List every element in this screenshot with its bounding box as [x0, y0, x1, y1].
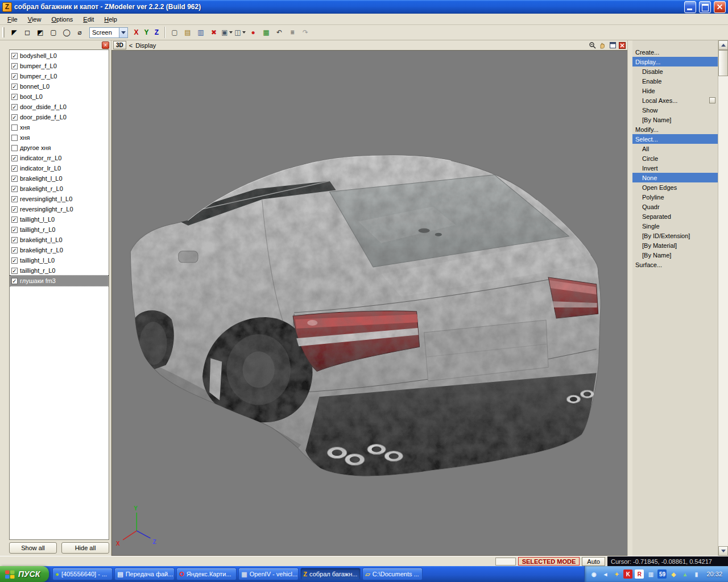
redo-button[interactable]: ↷ — [299, 27, 312, 38]
view-back-arrow[interactable]: < — [129, 42, 133, 49]
layer-checkbox[interactable]: ✓ — [11, 104, 18, 110]
command-item[interactable]: Single — [632, 221, 718, 231]
layer-checkbox[interactable]: ✓ — [11, 257, 18, 264]
local-axes-checkbox[interactable] — [709, 97, 715, 103]
close-button[interactable] — [714, 1, 726, 13]
panel-splitter[interactable] — [627, 40, 632, 556]
command-item[interactable]: [By Name] — [632, 250, 718, 260]
auto-button[interactable]: Auto — [582, 557, 605, 566]
select-arrow-tool[interactable]: ◤ — [8, 27, 20, 38]
volume-tray-icon[interactable]: ◄ — [601, 569, 610, 579]
command-item[interactable]: Show — [632, 105, 718, 115]
select-fence-tool[interactable]: ▢ — [47, 27, 60, 38]
viewport-canvas[interactable]: Y X Z — [111, 50, 627, 556]
layer-checkbox[interactable]: ✓ — [11, 278, 18, 284]
view-mode-button[interactable]: 3D — [113, 41, 126, 49]
delete-button[interactable]: ✖ — [208, 27, 220, 38]
menu-item-edit[interactable]: Edit — [78, 15, 99, 24]
command-item[interactable]: Separated — [632, 211, 718, 221]
layer-checkbox[interactable]: ✓ — [11, 165, 18, 172]
hide-all-button[interactable]: Hide all — [61, 542, 109, 554]
layer-item[interactable]: ✓bodyshell_L0 — [10, 51, 108, 61]
layer-item[interactable]: другое хня — [10, 143, 108, 153]
pan-hand-icon[interactable] — [598, 41, 607, 49]
antivirus-tray-icon[interactable]: K — [623, 569, 632, 579]
command-item[interactable]: [By ID/Extension] — [632, 231, 718, 240]
network-tray-icon[interactable]: ▥ — [646, 569, 655, 579]
taskbar-task[interactable]: Zсобрал багажн... — [300, 568, 361, 580]
layer-checkbox[interactable]: ✓ — [11, 155, 18, 161]
screen-mode-select[interactable]: Screen — [89, 27, 128, 38]
axis-x-toggle[interactable]: X — [131, 27, 141, 38]
scrollbar-track[interactable] — [718, 50, 728, 546]
command-item[interactable]: Polyline — [632, 192, 718, 202]
layer-item[interactable]: ✓brakelight_l_L0 — [10, 173, 108, 184]
command-item[interactable]: None — [632, 173, 718, 182]
taskbar-task[interactable]: ▤Передача фай... — [114, 568, 175, 580]
layer-checkbox[interactable]: ✓ — [11, 114, 18, 120]
view-layout-button[interactable]: ◫ — [234, 27, 246, 38]
taskbar-task[interactable]: OЯндекс.Карти... — [176, 568, 237, 580]
meter-tray-icon[interactable]: 59 — [657, 569, 667, 579]
usb-tray-icon[interactable]: ▮ — [692, 569, 701, 579]
zoom-view-icon[interactable] — [588, 41, 597, 49]
toolbar-grip[interactable] — [2, 27, 5, 38]
command-item[interactable]: Invert — [632, 163, 718, 173]
layer-item[interactable]: ✓taillight_l_L0 — [10, 214, 108, 225]
command-item[interactable]: Create... — [632, 47, 718, 57]
material-editor-button[interactable]: ▦ — [260, 27, 272, 38]
layer-item[interactable]: ✓door_dside_f_L0 — [10, 102, 108, 112]
save-file-button[interactable]: ▥ — [195, 27, 207, 38]
layer-checkbox[interactable]: ✓ — [11, 186, 18, 192]
layer-checkbox[interactable] — [11, 135, 18, 141]
undo-button[interactable]: ↶ — [273, 27, 286, 38]
menu-item-file[interactable]: File — [2, 15, 23, 24]
layer-item[interactable]: ✓reversinglight_l_L0 — [10, 194, 108, 204]
import-button[interactable]: ▣ — [221, 27, 233, 38]
layer-item[interactable]: ✓bumper_r_L0 — [10, 71, 108, 81]
layer-item[interactable]: ✓brakelight_l_L0 — [10, 235, 108, 245]
command-item[interactable]: Select... — [632, 134, 718, 144]
select-quad-tool[interactable]: ◩ — [34, 27, 47, 38]
layer-item[interactable]: ✓taillight_r_L0 — [10, 265, 108, 276]
select-circle-tool[interactable]: ◯ — [60, 27, 73, 38]
select-single-tool[interactable]: ◻ — [21, 27, 34, 38]
taskbar-task[interactable]: ●[405556640] - ... — [52, 568, 113, 580]
layer-item[interactable]: ✓bumper_f_L0 — [10, 61, 108, 71]
command-item[interactable]: Local Axes... — [632, 95, 718, 105]
layer-checkbox[interactable]: ✓ — [11, 217, 18, 223]
command-item[interactable]: Open Edges — [632, 182, 718, 192]
scroll-up-icon[interactable] — [718, 40, 728, 50]
scroll-down-icon[interactable] — [718, 546, 728, 556]
taskbar-task[interactable]: ▦OpenIV - vehicl... — [238, 568, 299, 580]
layer-checkbox[interactable]: ✓ — [11, 176, 18, 182]
maximize-view-icon[interactable] — [609, 41, 617, 49]
layer-checkbox[interactable]: ✓ — [11, 247, 18, 253]
layer-checkbox[interactable]: ✓ — [11, 94, 18, 100]
new-file-button[interactable]: ▢ — [168, 27, 181, 38]
panel-close-icon[interactable]: × — [102, 41, 109, 49]
command-item[interactable]: Hide — [632, 86, 718, 95]
minimize-button[interactable] — [684, 1, 696, 13]
layer-checkbox[interactable]: ✓ — [11, 84, 18, 90]
layer-checkbox[interactable]: ✓ — [11, 206, 18, 213]
menu-item-view[interactable]: View — [23, 15, 47, 24]
layer-item[interactable]: ✓brakelight_r_L0 — [10, 184, 108, 194]
axis-y-toggle[interactable]: Y — [142, 27, 151, 38]
layer-item[interactable]: хня — [10, 122, 108, 132]
menu-item-options[interactable]: Options — [46, 15, 78, 24]
layer-checkbox[interactable] — [11, 145, 18, 151]
layer-item[interactable]: ✓reversinglight_r_L0 — [10, 204, 108, 214]
layer-checkbox[interactable]: ✓ — [11, 237, 18, 243]
layer-item[interactable]: хня — [10, 132, 108, 143]
scrollbar-thumb[interactable] — [718, 50, 728, 76]
show-all-button[interactable]: Show all — [9, 542, 57, 554]
select-none-tool[interactable]: ⌀ — [73, 27, 86, 38]
start-button[interactable]: ПУСК — [0, 566, 49, 582]
command-item[interactable]: Display... — [632, 57, 718, 66]
layer-item[interactable]: ✓door_pside_f_L0 — [10, 112, 108, 122]
taskbar-task[interactable]: ▱C:\Documents ... — [362, 568, 423, 580]
chevron-down-icon[interactable] — [242, 31, 246, 34]
command-item[interactable]: [By Material] — [632, 240, 718, 250]
layer-item[interactable]: ✓boot_L0 — [10, 92, 108, 102]
